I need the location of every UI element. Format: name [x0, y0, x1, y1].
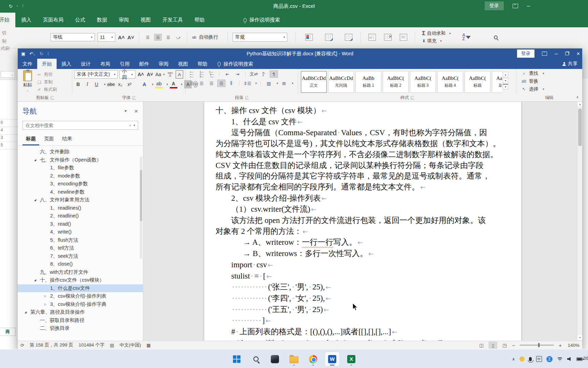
align-left-icon[interactable]: ☰	[188, 80, 196, 87]
orientation-icon[interactable]: ⤻	[175, 34, 182, 41]
style-card[interactable]: AaBbC( 副标题	[492, 71, 502, 93]
dialog-launcher-icon[interactable]	[246, 96, 249, 99]
share-button[interactable]: 共享	[562, 59, 577, 69]
align-right-icon[interactable]: ☰	[207, 80, 216, 87]
nav-scrollbar[interactable]	[140, 156, 142, 259]
character-border-icon[interactable]: A	[176, 70, 183, 79]
excel-font-name-combo[interactable]: 等线▾	[50, 33, 95, 41]
scroll-down-icon[interactable]: ▼	[577, 335, 582, 341]
font-name-combo[interactable]: 宋体 (中文正文)▾	[74, 70, 118, 79]
excel-ribbon-tab[interactable]: 公式	[69, 13, 91, 27]
print-layout-icon[interactable]: ▯	[489, 342, 497, 349]
decrease-font-size-icon[interactable]: A˅	[128, 34, 134, 40]
clipboard-item[interactable]: ✂ 剪切	[38, 72, 57, 77]
excel-ribbon-tab[interactable]: 数据	[91, 13, 113, 27]
word-menu-tab[interactable]: 帮助	[193, 59, 212, 69]
nav-toggle-icon[interactable]: ◢	[25, 311, 30, 314]
excel-ribbon-tab[interactable]: 页面布局	[37, 13, 69, 27]
word-taskbar-icon[interactable]: W	[325, 352, 339, 366]
style-card[interactable]: AaBbCcDd 无间隔	[328, 71, 354, 93]
word-menu-tab[interactable]: 开始	[37, 59, 57, 69]
nav-heading-item[interactable]: 2、mode参数	[18, 172, 143, 180]
excel-ribbon-tab[interactable]: 开发工具	[157, 13, 189, 27]
sort-filter-button[interactable]: AZ	[462, 33, 471, 41]
autosum-button[interactable]: Σ自动求和▾	[422, 30, 451, 37]
nav-heading-item[interactable]: 8、close()	[18, 260, 143, 268]
page-info[interactable]: 第 158 页，共 299 页	[30, 342, 73, 348]
fill-button[interactable]: ⬇填充▾	[422, 38, 451, 44]
zoom-out-icon[interactable]: −	[512, 342, 515, 348]
nav-tab[interactable]: 结果	[59, 134, 75, 145]
excel-ribbon-tab[interactable]: 开始	[0, 13, 15, 27]
battery-icon[interactable]	[576, 357, 583, 361]
dark-app-taskbar-icon[interactable]	[268, 352, 282, 366]
nav-heading-item[interactable]: ◢ 八、文件对象常用方法	[18, 196, 143, 204]
style-gallery-more-icon[interactable]: ▾	[503, 84, 508, 89]
clock-fragment[interactable]: 20	[583, 356, 588, 361]
word-menu-tab[interactable]: 设计	[76, 59, 95, 69]
find-select-icon[interactable]	[494, 36, 498, 39]
superscript-icon[interactable]: x²	[126, 80, 133, 88]
style-scroll-down-icon[interactable]: ▾	[503, 78, 508, 83]
scrollbar-thumb[interactable]	[578, 109, 582, 146]
nav-tab[interactable]: 标题	[23, 134, 39, 145]
grow-font-icon[interactable]: A˄	[137, 70, 145, 79]
distribute-icon[interactable]: ⫼	[227, 80, 235, 87]
nav-heading-item[interactable]: 4、write()	[18, 228, 143, 236]
underline-icon[interactable]: U	[93, 80, 100, 88]
word-menu-tab[interactable]: 邮件	[134, 59, 154, 69]
word-menu-tab[interactable]: 引用	[115, 59, 134, 69]
word-tell-me-search[interactable]: 操作说明搜索	[218, 59, 253, 69]
increase-font-size-icon[interactable]: A˄	[118, 34, 125, 40]
paste-button[interactable]: 粘贴 ⌄	[20, 70, 35, 93]
align-bottom-icon[interactable]: ☰	[164, 34, 172, 41]
search-options-caret-icon[interactable]: ▾	[133, 124, 135, 127]
language-status[interactable]: 中文(中国)	[120, 342, 141, 348]
document-page[interactable]: 十、操作 csv 文件（csv 模块）←1、什么是 csv 文件←逗号分隔值（C…	[204, 102, 521, 341]
nav-heading-item[interactable]: 一、获取目录和路径	[18, 316, 143, 325]
excel-tell-me-search[interactable]: 操作说明搜索	[244, 13, 280, 27]
word-menu-tab[interactable]: 审阅	[154, 59, 173, 69]
collapse-ribbon-icon[interactable]: ∧	[576, 95, 579, 99]
nav-search-box[interactable]: ⌕ ▾	[23, 121, 138, 130]
nav-heading-item[interactable]: 1、file参数	[18, 164, 143, 172]
macro-record-icon[interactable]: ▦	[147, 343, 151, 348]
sort-icon[interactable]: A↓ Z	[260, 70, 268, 78]
excel-ribbon-tab[interactable]: 审阅	[113, 13, 135, 27]
zoom-level[interactable]: 140%	[565, 343, 579, 348]
font-size-combo[interactable]: 小四▾	[119, 70, 135, 79]
number-format-combo[interactable]: 常规▾	[233, 33, 287, 42]
editing-item[interactable]: ⌕ 查找 ▾	[521, 70, 580, 76]
nav-heading-item[interactable]: 4、newline参数	[18, 188, 143, 196]
dialog-launcher-icon[interactable]	[51, 96, 54, 99]
align-center-icon[interactable]: ☰	[197, 80, 206, 87]
conditional-formatting-icon[interactable]	[305, 34, 313, 41]
dialog-launcher-icon[interactable]	[133, 96, 136, 99]
format-cells-icon[interactable]	[400, 34, 407, 41]
nav-heading-item[interactable]: ▷ 2、csv模块介绍-操作列表	[18, 292, 143, 300]
bold-icon[interactable]: B	[74, 80, 82, 88]
nav-heading-item[interactable]: ◢ 第六章、路径及目录操作	[18, 308, 143, 316]
wrap-text-button[interactable]: 自动换行	[199, 34, 218, 40]
nav-heading-item[interactable]: 5、flush方法	[18, 236, 143, 244]
word-restore-button[interactable]	[565, 52, 569, 55]
nav-heading-item[interactable]: 3、read()	[18, 220, 143, 228]
clipboard-item[interactable]: ✐ 格式刷	[38, 87, 57, 93]
word-close-button[interactable]: ✕	[576, 51, 580, 56]
word-menu-tab[interactable]: 插入	[57, 59, 76, 69]
subscript-icon[interactable]: x₂	[117, 80, 124, 88]
style-card[interactable]: AaBbC( 标题	[465, 71, 490, 93]
web-layout-icon[interactable]: ◳	[500, 342, 509, 349]
nav-heading-item[interactable]: 六、文件删除	[18, 148, 143, 156]
increase-indent-icon[interactable]: ⇥	[233, 70, 241, 78]
search-icon[interactable]: ⌕	[129, 123, 132, 128]
word-minimize-button[interactable]: ─	[555, 51, 558, 56]
nav-heading-item[interactable]: 7、seek方法	[18, 252, 143, 260]
word-menu-tab[interactable]: 文件	[18, 59, 37, 69]
search-taskbar-icon[interactable]	[249, 352, 263, 366]
text-effects-icon[interactable]: A	[141, 80, 148, 88]
nav-heading-item[interactable]: ◢ 七、文件操作（Open函数）	[18, 156, 143, 164]
editing-item[interactable]: ab 替换	[521, 78, 580, 84]
word-menu-tab[interactable]: 视图	[173, 59, 193, 69]
excel-signin-button[interactable]: 登录	[485, 1, 504, 10]
